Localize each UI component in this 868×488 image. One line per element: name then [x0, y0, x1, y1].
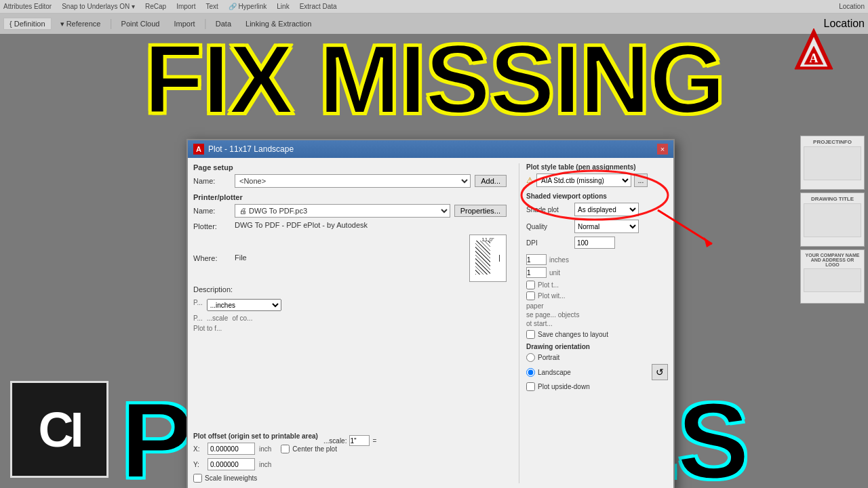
shade-plot-select[interactable]: As displayed [574, 203, 639, 216]
y-unit: inch [259, 461, 271, 468]
save-changes-row: Save changes to layout [526, 330, 668, 339]
thumb-content-2 [804, 203, 861, 237]
scale-lineweights-checkbox[interactable] [193, 474, 202, 483]
scale-copies-row: P... ...scale of co... [193, 314, 507, 322]
desc-row: Description: [193, 285, 507, 293]
landscape-radio[interactable] [526, 368, 535, 377]
thumb-title-2: DRAWING TITLE [804, 196, 861, 202]
tool-recap[interactable]: ReCap [145, 3, 166, 10]
dpi-row: DPI 100 [526, 237, 668, 249]
thumb-title-1: PROJECTINFO [804, 139, 861, 145]
x-offset-input[interactable]: 0.000000 [208, 443, 255, 455]
name-label: Name: [193, 177, 231, 185]
x-unit: inch [259, 445, 271, 453]
tab-definition[interactable]: { Definition [3, 18, 52, 30]
plot-offset-section: Plot offset (origin set to printable are… [193, 432, 424, 485]
tool-import[interactable]: Import [176, 3, 195, 10]
scale-hint: P... [193, 314, 203, 322]
tab-reference[interactable]: ▾ Reference [55, 18, 106, 30]
plot-dialog: A Plot - 11x17 Landscape × Page setup Na… [186, 139, 675, 488]
missing-warning: ⚠ [526, 176, 534, 185]
paper-size-hint: P... [193, 299, 203, 311]
tool-attributes[interactable]: Attributes Editor [3, 3, 52, 10]
plot-with-checkbox[interactable] [526, 291, 535, 300]
page-setup-section: Page setup Name: <None> Add... [193, 163, 507, 188]
to-label: = [372, 437, 376, 445]
preview-hatching [475, 241, 490, 274]
preview-area: 11.0" [469, 235, 507, 282]
paper-select[interactable]: ...inches [207, 299, 281, 311]
fix-missing-text: FIX MISSING [0, 30, 868, 129]
thumb-content-3 [804, 268, 861, 292]
tool-hyperlink[interactable]: 🔗 Hyperlink [229, 3, 267, 10]
x-label: X: [193, 445, 203, 453]
right-thumbnails: PROJECTINFO DRAWING TITLE YOUR COMPANY N… [800, 136, 868, 306]
save-changes-label: Save changes to layout [538, 331, 608, 338]
x-offset-row: X: 0.000000 inch Center the plot [193, 443, 424, 455]
properties-button[interactable]: Properties... [454, 205, 507, 217]
pen-table-select[interactable]: AIA Std.ctb (missing) [536, 174, 631, 187]
unit-row: unit [526, 267, 668, 278]
scale-ratio-input[interactable] [349, 435, 370, 446]
tool-extract[interactable]: Extract Data [300, 3, 337, 10]
quality-select[interactable]: Normal [574, 220, 639, 233]
copies-row: inches [526, 254, 668, 265]
shade-plot-label: Shade plot [526, 206, 570, 214]
pen-table-edit-button[interactable]: ... [634, 174, 648, 187]
tool-text[interactable]: Text [205, 3, 218, 10]
quality-row: Quality Normal [526, 220, 668, 233]
scale-inputs: ...scale: = [323, 435, 376, 446]
paper-hint: paper [526, 302, 668, 310]
plot-hints: Plot to f... [193, 325, 507, 332]
dialog-autocad-icon: A [193, 144, 204, 155]
inches-label: inches [549, 256, 569, 264]
add-button[interactable]: Add... [475, 175, 507, 187]
upside-down-row: Plot upside-down [526, 382, 668, 391]
tool-snap[interactable]: Snap to Underlays ON ▾ [62, 3, 135, 10]
not-start-hint: ot start... [526, 320, 668, 327]
save-changes-checkbox[interactable] [526, 330, 535, 339]
landscape-label: Landscape [538, 369, 571, 376]
preview-arrow [499, 255, 505, 262]
paper-size-row: P... ...inches [193, 299, 507, 311]
upside-down-checkbox[interactable] [526, 382, 535, 391]
shade-plot-row: Shade plot As displayed [526, 203, 668, 216]
plot-with-row: Plot wit... [526, 291, 668, 300]
plotter-select[interactable]: 🖨 DWG To PDF.pc3 [235, 204, 450, 218]
desc-label: Description: [193, 285, 233, 293]
dpi-input[interactable]: 100 [574, 237, 615, 249]
landscape-row: Landscape ↺ [526, 364, 668, 380]
ci-logo: CI [10, 381, 108, 478]
unit-input[interactable] [526, 267, 547, 278]
rotate-button[interactable]: ↺ [652, 364, 668, 380]
plot-options: Plot t... Plot wit... paper se page... o… [526, 281, 668, 327]
plotter-value: DWG To PDF - PDF ePlot - by Autodesk [235, 221, 368, 229]
dialog-titlebar-left: A Plot - 11x17 Landscape [193, 144, 294, 155]
svg-text:A: A [810, 52, 818, 65]
copies-input[interactable] [526, 254, 547, 265]
portrait-label: Portrait [538, 354, 559, 361]
dialog-titlebar: A Plot - 11x17 Landscape × [188, 140, 673, 158]
tool-location[interactable]: Location [839, 3, 865, 10]
tool-link[interactable]: Link [277, 3, 289, 10]
plot-to-file-row: Plot t... [526, 281, 668, 289]
portrait-radio[interactable] [526, 353, 535, 362]
thumb-content-1 [804, 146, 861, 180]
plotter-info-row: Plotter: DWG To PDF - PDF ePlot - by Aut… [193, 221, 507, 231]
plot-style-label: Plot style table (pen assignments) [526, 163, 668, 171]
upside-down-label: Plot upside-down [538, 383, 590, 390]
plot-to-file-checkbox[interactable] [526, 281, 535, 289]
thumb-panel-2: DRAWING TITLE [800, 192, 865, 247]
plot-offset-label: Plot offset (origin set to printable are… [193, 432, 424, 440]
scale-lineweights-row: Scale lineweights [193, 474, 424, 483]
scale-eq-label: ...scale: [323, 437, 347, 445]
dialog-close-button[interactable]: × [657, 144, 668, 155]
page-objects-hint: se page... objects [526, 311, 668, 319]
center-plot-checkbox[interactable] [281, 445, 290, 453]
name-row: Name: <None> Add... [193, 174, 507, 188]
y-offset-input[interactable]: 0.000000 [208, 458, 255, 470]
name-select[interactable]: <None> [235, 174, 471, 188]
autocad-logo: A [793, 27, 834, 74]
orientation-label: Drawing orientation [526, 343, 668, 350]
center-plot-label: Center the plot [292, 445, 337, 453]
